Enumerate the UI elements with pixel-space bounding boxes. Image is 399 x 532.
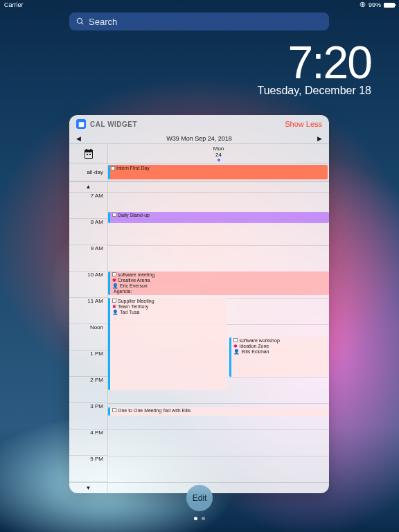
week-label: W39 Mon Sep 24, 2018 (166, 135, 232, 142)
event-software-workshop[interactable]: software workshop ✱Ideation Zone 👤Ellis … (229, 337, 329, 377)
up-arrow-icon: ▲ (86, 184, 91, 190)
event-intern-first-day[interactable]: Intern First Day (108, 165, 328, 179)
hour-label: 4 PM (69, 429, 107, 456)
hour-label: 5 PM (69, 456, 107, 482)
svg-rect-1 (78, 122, 84, 123)
checkbox-icon (112, 272, 116, 276)
hour-label: 9 AM (69, 245, 107, 272)
status-bar: Carrier ⦿ 99% (0, 0, 399, 10)
hour-label: 11 AM (69, 298, 107, 324)
time-grid[interactable]: 7 AM 8 AM 9 AM 10 AM 11 AM Noon 1 PM 2 P… (69, 193, 329, 482)
down-arrow-icon: ▼ (86, 485, 91, 491)
search-placeholder: Search (89, 17, 117, 27)
calendar-icon (83, 148, 94, 159)
show-less-button[interactable]: Show Less (285, 120, 322, 128)
hour-label: 8 AM (69, 219, 107, 245)
calendar-app-icon (76, 119, 86, 129)
hour-label: Noon (69, 324, 107, 351)
prev-week-button[interactable]: ◀ (76, 135, 81, 142)
day-of-week: Mon (213, 145, 224, 152)
week-nav: ◀ W39 Mon Sep 24, 2018 ▶ (69, 133, 329, 144)
all-day-label: all-day (69, 163, 108, 181)
checkbox-icon (112, 213, 116, 217)
clock-time: 7:20 (257, 36, 371, 89)
event-area: Daily Stand-up software meeting ✱Creativ… (108, 193, 329, 482)
checkbox-icon (112, 299, 116, 303)
checkbox-icon (111, 166, 115, 170)
event-software-meeting[interactable]: software meeting ✱Creative Arena 👤Eric E… (108, 272, 329, 295)
hour-label: 2 PM (69, 377, 107, 403)
wifi-icon: ⦿ (360, 1, 366, 8)
next-week-button[interactable]: ▶ (317, 135, 322, 142)
checkbox-icon (112, 408, 116, 412)
scroll-up-row[interactable]: ▲ (69, 181, 329, 193)
page-indicator[interactable] (194, 517, 205, 520)
battery-icon (384, 3, 395, 8)
widget-title: CAL WIDGET (90, 121, 137, 128)
search-icon (76, 17, 85, 26)
lockscreen-clock: 7:20 Tuesday, December 18 (257, 36, 371, 97)
spotlight-search[interactable]: Search (69, 12, 329, 30)
event-daily-standup[interactable]: Daily Stand-up (108, 212, 329, 223)
day-column-header[interactable]: Mon 24 (108, 144, 329, 163)
day-header: Mon 24 (69, 144, 329, 163)
page-dot (202, 517, 205, 520)
page-dot-active (194, 517, 197, 520)
hour-gutter: 7 AM 8 AM 9 AM 10 AM 11 AM Noon 1 PM 2 P… (69, 193, 108, 482)
widget-header: CAL WIDGET Show Less (69, 115, 329, 133)
cal-widget: CAL WIDGET Show Less ◀ W39 Mon Sep 24, 2… (69, 115, 329, 493)
battery-pct: 99% (369, 1, 381, 8)
checkbox-icon (233, 338, 238, 342)
today-dot (218, 159, 220, 161)
clock-date: Tuesday, December 18 (257, 85, 371, 97)
event-supplier-meeting[interactable]: Supplier Meeting ✱Team Territory 👤Tad Tu… (108, 298, 227, 390)
hour-label: 1 PM (69, 351, 107, 377)
hour-label: 10 AM (69, 272, 107, 298)
carrier-label: Carrier (4, 1, 24, 8)
event-one-to-one[interactable]: One to One Meeting Tad with Ellis (108, 407, 329, 416)
day-number: 24 (215, 152, 222, 158)
hour-label: 7 AM (69, 193, 107, 219)
calendar-icon-cell[interactable] (69, 144, 108, 163)
all-day-row: all-day Intern First Day (69, 163, 329, 181)
edit-widgets-button[interactable]: Edit (186, 485, 213, 511)
hour-label: 3 PM (69, 403, 107, 429)
